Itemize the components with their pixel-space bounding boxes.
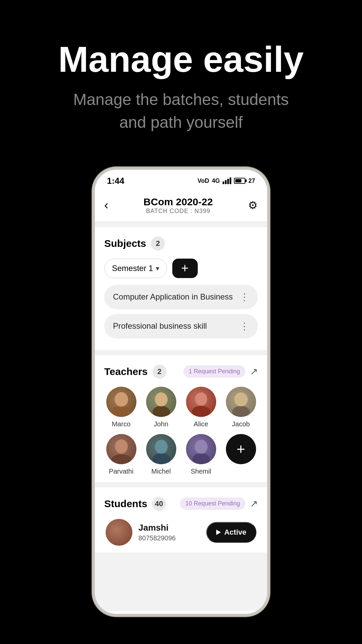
- add-teacher-button[interactable]: +: [226, 434, 256, 464]
- batch-title: BCom 2020-22: [143, 196, 213, 208]
- teacher-avatar-marco: [106, 387, 136, 417]
- svg-point-16: [153, 453, 170, 464]
- student-avatar: [106, 519, 132, 546]
- share-icon[interactable]: ↗: [250, 366, 258, 377]
- student-phone: 8075829096: [138, 534, 176, 542]
- teacher-item-parvathi[interactable]: Parvathi: [104, 434, 138, 475]
- teacher-avatar-alice: [186, 387, 216, 417]
- students-count: 40: [152, 497, 166, 511]
- svg-point-10: [232, 406, 250, 417]
- teacher-name-marco: Marco: [112, 420, 131, 428]
- students-label: Students: [104, 498, 147, 509]
- teachers-request-badge[interactable]: 1 Request Pending: [183, 365, 245, 378]
- phone-wrapper: 1:44 VoD 4G 27 ‹: [0, 167, 362, 616]
- svg-point-11: [234, 392, 248, 407]
- teacher-name-michel: Michel: [152, 468, 171, 475]
- play-icon: [216, 530, 221, 535]
- students-share-icon[interactable]: ↗: [250, 498, 258, 509]
- subjects-header: Subjects 2: [104, 236, 258, 251]
- back-button[interactable]: ‹: [104, 198, 108, 212]
- header-center: BCom 2020-22 BATCH CODE : N399: [143, 196, 213, 215]
- 4g-icon: 4G: [212, 177, 220, 184]
- svg-point-4: [153, 406, 170, 417]
- semester-label: Semester 1: [112, 264, 153, 273]
- subject-item-1[interactable]: Computer Application in Business ⋮: [104, 285, 258, 309]
- network-icon: VoD: [197, 177, 209, 184]
- active-button[interactable]: Active: [206, 522, 256, 543]
- svg-point-2: [115, 392, 128, 407]
- status-time: 1:44: [107, 176, 124, 186]
- teacher-name-alice: Alice: [194, 420, 208, 428]
- active-label: Active: [224, 528, 246, 537]
- teachers-actions: 1 Request Pending ↗: [183, 365, 258, 378]
- teacher-name-john: John: [154, 420, 168, 428]
- subject-item-2[interactable]: Professional business skill ⋮: [104, 314, 258, 338]
- app-content: ‹ BCom 2020-22 BATCH CODE : N399 ⚙ Subje…: [95, 190, 267, 611]
- battery-icon: 27: [234, 177, 255, 184]
- svg-point-8: [195, 392, 207, 405]
- student-name: Jamshi: [138, 523, 176, 533]
- svg-point-13: [111, 454, 131, 464]
- signal-bars: [223, 177, 231, 184]
- teachers-count: 2: [153, 365, 167, 379]
- batch-code: BATCH CODE : N399: [143, 208, 213, 215]
- teacher-name-shemil: Shemil: [191, 468, 211, 475]
- svg-point-14: [115, 439, 128, 453]
- status-bar: 1:44 VoD 4G 27: [95, 170, 267, 190]
- more-options-icon-2[interactable]: ⋮: [240, 321, 249, 332]
- chevron-down-icon: ▾: [156, 264, 159, 272]
- teacher-item-john[interactable]: John: [144, 387, 178, 428]
- students-request-badge[interactable]: 10 Request Pending: [180, 497, 245, 510]
- subject-name-2: Professional business skill: [113, 321, 207, 331]
- students-header: Students 40 10 Request Pending ↗: [104, 497, 258, 511]
- teacher-item-marco[interactable]: Marco: [104, 387, 138, 428]
- teacher-item-alice[interactable]: Alice: [184, 387, 218, 428]
- status-icons: VoD 4G 27: [197, 177, 255, 184]
- svg-point-20: [195, 440, 207, 454]
- subjects-label: Subjects: [104, 238, 146, 249]
- teacher-avatar-michel: [146, 434, 176, 464]
- svg-point-7: [192, 406, 210, 417]
- svg-point-17: [155, 440, 168, 454]
- teacher-item-jacob[interactable]: Jacob: [224, 387, 258, 428]
- students-actions: 10 Request Pending ↗: [180, 497, 258, 510]
- svg-point-1: [112, 406, 131, 417]
- semester-dropdown[interactable]: Semester 1 ▾: [104, 259, 167, 278]
- app-header: ‹ BCom 2020-22 BATCH CODE : N399 ⚙: [95, 190, 267, 222]
- hero-title: Manage easily: [27, 40, 335, 78]
- hero-section: Manage easily Manage the batches, studen…: [0, 0, 362, 154]
- svg-point-5: [155, 392, 168, 407]
- add-teacher-item[interactable]: +: [224, 434, 258, 475]
- subjects-count: 2: [151, 236, 165, 251]
- add-teacher-label: [240, 468, 242, 475]
- student-info: Jamshi 8075829096: [106, 519, 176, 546]
- settings-icon[interactable]: ⚙: [248, 199, 258, 212]
- subjects-section: Subjects 2 Semester 1 ▾ + Computer Appli…: [95, 227, 267, 350]
- teacher-item-shemil[interactable]: Shemil: [184, 434, 218, 475]
- teacher-avatar-john: [146, 387, 176, 417]
- hero-subtitle: Manage the batches, studentsand path you…: [27, 88, 335, 133]
- teacher-name-jacob: Jacob: [232, 420, 250, 428]
- teacher-avatar-jacob: [226, 387, 256, 417]
- more-options-icon-1[interactable]: ⋮: [240, 291, 249, 303]
- svg-point-19: [192, 453, 210, 464]
- teacher-avatar-parvathi: [106, 434, 136, 464]
- phone-frame: 1:44 VoD 4G 27 ‹: [92, 167, 270, 616]
- subject-name-1: Computer Application in Business: [113, 292, 233, 302]
- teacher-name-parvathi: Parvathi: [109, 468, 133, 475]
- controls-row: Semester 1 ▾ +: [104, 259, 258, 278]
- teacher-avatar-shemil: [186, 434, 216, 464]
- teacher-item-michel[interactable]: Michel: [144, 434, 178, 475]
- student-details: Jamshi 8075829096: [138, 523, 176, 542]
- teachers-header: Teachers 2 1 Request Pending ↗: [104, 365, 258, 379]
- teacher-grid: Marco John Alice: [104, 387, 258, 475]
- teachers-label: Teachers: [104, 366, 148, 377]
- add-subject-button[interactable]: +: [172, 259, 198, 278]
- student-row: Jamshi 8075829096 Active: [104, 519, 258, 546]
- teachers-section: Teachers 2 1 Request Pending ↗ Marco: [95, 355, 267, 482]
- students-section: Students 40 10 Request Pending ↗ Jamshi …: [95, 487, 267, 552]
